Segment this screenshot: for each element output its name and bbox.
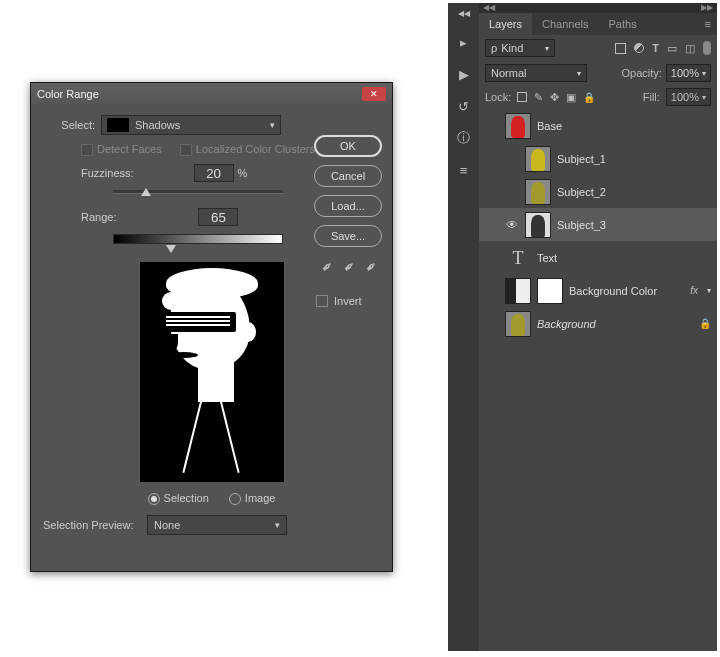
layer-row[interactable]: Background 🔒 [479, 307, 717, 340]
fill-label: Fill: [643, 91, 660, 103]
ok-button[interactable]: OK [314, 135, 382, 157]
panel-menu-icon[interactable]: ≡ [705, 18, 711, 30]
tool-icon-2[interactable]: ▶ [456, 66, 472, 82]
percent-label: % [238, 167, 248, 179]
tab-channels[interactable]: Channels [532, 13, 598, 35]
opacity-input[interactable]: 100%▾ [666, 64, 711, 82]
select-value: Shadows [135, 119, 180, 131]
lock-artboard-icon[interactable]: ▣ [566, 91, 576, 104]
tab-paths[interactable]: Paths [599, 13, 647, 35]
filter-smart-icon[interactable]: ◫ [685, 42, 695, 55]
lock-position-icon[interactable]: ✥ [550, 91, 559, 104]
range-label: Range: [81, 211, 116, 223]
image-radio[interactable]: Image [229, 492, 276, 505]
layer-thumb-icon [505, 311, 531, 337]
select-label: Select: [43, 119, 95, 131]
eyedropper-subtract-icon[interactable]: ✒ [360, 257, 379, 277]
layer-row[interactable]: Background Color fx ▾ [479, 274, 717, 307]
localized-checkbox: Localized Color Clusters [180, 143, 315, 156]
layer-thumb-icon [505, 113, 531, 139]
lock-label: Lock: [485, 91, 511, 103]
filter-toggle-icon[interactable] [703, 41, 711, 55]
filter-pixel-icon[interactable] [615, 43, 626, 54]
opacity-label: Opacity: [622, 67, 662, 79]
shadows-swatch-icon [107, 118, 129, 132]
fx-badge[interactable]: fx [690, 285, 698, 296]
type-layer-icon: T [505, 245, 531, 271]
dialog-title: Color Range [37, 88, 362, 100]
collapse-icon[interactable]: ◀◀ [458, 9, 470, 18]
layer-thumb-icon [525, 212, 551, 238]
cancel-button[interactable]: Cancel [314, 165, 382, 187]
detect-faces-checkbox: Detect Faces [81, 143, 162, 156]
chevron-down-icon: ▾ [275, 520, 280, 530]
selection-preview-dropdown[interactable]: None ▾ [147, 515, 287, 535]
dock: ◀◀ ▸ ▶ ↺ ⓘ ≡ [448, 3, 479, 651]
layer-row[interactable]: Base [479, 109, 717, 142]
selection-preview-label: Selection Preview: [43, 519, 141, 531]
fuzziness-slider[interactable] [113, 190, 283, 194]
chevron-down-icon: ▾ [270, 120, 275, 130]
layer-thumb-icon [525, 179, 551, 205]
layer-thumb-icon [505, 278, 531, 304]
lock-all-icon[interactable]: 🔒 [583, 92, 595, 103]
layer-mask-icon [537, 278, 563, 304]
selection-radio[interactable]: Selection [148, 492, 209, 505]
eyedropper-add-icon[interactable]: ✒ [338, 257, 357, 277]
range-slider[interactable] [113, 234, 283, 244]
load-button[interactable]: Load... [314, 195, 382, 217]
save-button[interactable]: Save... [314, 225, 382, 247]
select-dropdown[interactable]: Shadows ▾ [101, 115, 281, 135]
filter-adjust-icon[interactable] [634, 43, 644, 53]
history-icon[interactable]: ↺ [456, 98, 472, 114]
fill-input[interactable]: 100%▾ [666, 88, 711, 106]
invert-checkbox[interactable]: Invert [316, 295, 382, 307]
filter-type-icon[interactable]: T [652, 42, 659, 54]
close-button[interactable]: ✕ [362, 87, 386, 101]
layer-thumb-icon [525, 146, 551, 172]
lock-pixels-icon[interactable]: ✎ [534, 91, 543, 104]
panels-group: ◀◀ ▸ ▶ ↺ ⓘ ≡ ◀◀▶▶ Layers Channels Paths … [448, 3, 717, 651]
layers-panel: ◀◀▶▶ Layers Channels Paths ≡ ρ Kind ▾ T … [479, 3, 717, 651]
filter-kind-dropdown[interactable]: ρ Kind ▾ [485, 39, 555, 57]
expand-right-icon[interactable]: ▶▶ [701, 3, 713, 13]
chevron-down-icon[interactable]: ▾ [707, 286, 711, 295]
preview-image [140, 262, 284, 482]
fuzziness-label: Fuzziness: [81, 167, 134, 179]
blend-mode-dropdown[interactable]: Normal▾ [485, 64, 587, 82]
filter-shape-icon[interactable]: ▭ [667, 42, 677, 55]
layer-row[interactable]: 👁 Subject_3 [479, 208, 717, 241]
fuzziness-input[interactable] [194, 164, 234, 182]
visibility-toggle[interactable]: 👁 [505, 218, 519, 232]
range-input[interactable] [198, 208, 238, 226]
tool-icon-1[interactable]: ▸ [456, 34, 472, 50]
layer-row[interactable]: Subject_2 [479, 175, 717, 208]
layer-row[interactable]: Subject_1 [479, 142, 717, 175]
info-icon[interactable]: ⓘ [456, 130, 472, 146]
glyphs-icon[interactable]: ≡ [456, 162, 472, 178]
chevron-down-icon: ▾ [545, 44, 549, 53]
layer-row[interactable]: T Text [479, 241, 717, 274]
tab-layers[interactable]: Layers [479, 13, 532, 35]
expand-icon[interactable]: ◀◀ [483, 3, 495, 13]
lock-icon: 🔒 [699, 318, 711, 329]
eyedropper-icon[interactable]: ✒ [316, 257, 335, 277]
dialog-titlebar[interactable]: Color Range ✕ [31, 83, 392, 105]
lock-transparency-icon[interactable] [517, 92, 527, 102]
color-range-dialog: Color Range ✕ Select: Shadows ▾ Detect F… [30, 82, 393, 572]
